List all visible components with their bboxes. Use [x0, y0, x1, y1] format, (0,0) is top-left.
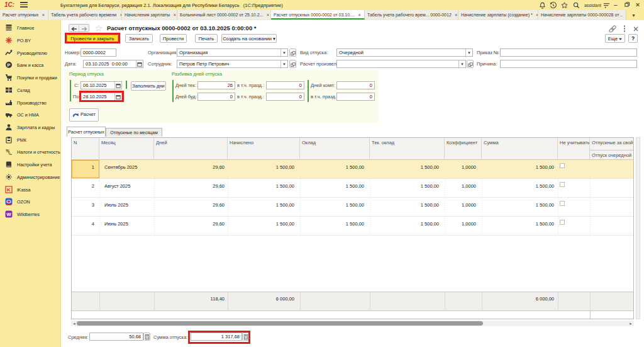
svg-text:‰: ‰ — [8, 152, 12, 156]
svg-text:W: W — [6, 212, 11, 217]
svg-text:K: K — [7, 187, 11, 193]
svg-text:Р: Р — [7, 62, 11, 68]
